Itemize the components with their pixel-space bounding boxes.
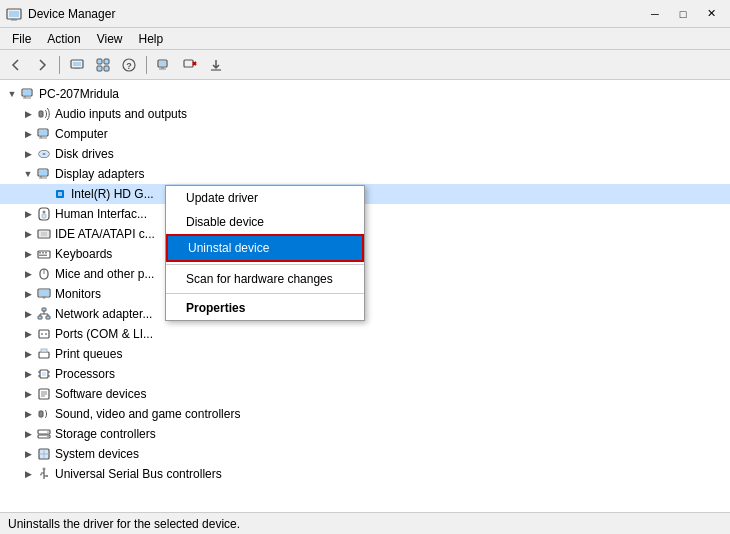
menu-bar: File Action View Help xyxy=(0,28,730,50)
ctx-disable-device[interactable]: Disable device xyxy=(166,210,364,234)
expand-hid[interactable]: ▶ xyxy=(20,206,36,222)
scan-button[interactable] xyxy=(204,53,228,77)
expand-mice[interactable]: ▶ xyxy=(20,266,36,282)
tree-item-keyboard[interactable]: ▶ Keyboards xyxy=(0,244,730,264)
tree-item-printq[interactable]: ▶ Print queues xyxy=(0,344,730,364)
device-tree[interactable]: ▼ PC-207Mridula ▶ Audio inputs and outpu… xyxy=(0,80,730,512)
software-icon xyxy=(36,386,52,402)
menu-view[interactable]: View xyxy=(89,30,131,48)
expand-usb[interactable]: ▶ xyxy=(20,466,36,482)
ide-label: IDE ATA/ATAPI c... xyxy=(55,227,155,241)
device-view-button[interactable] xyxy=(65,53,89,77)
svg-rect-75 xyxy=(39,411,43,417)
svg-rect-33 xyxy=(39,170,47,175)
close-button[interactable]: ✕ xyxy=(698,4,724,24)
tree-item-disk[interactable]: ▶ Disk drives xyxy=(0,144,730,164)
expand-display[interactable]: ▼ xyxy=(20,166,36,182)
properties-button[interactable] xyxy=(152,53,176,77)
svg-rect-22 xyxy=(24,96,26,98)
svg-rect-53 xyxy=(39,290,49,296)
uninstall-button[interactable] xyxy=(178,53,202,77)
expand-monitors[interactable]: ▶ xyxy=(20,286,36,302)
svg-rect-57 xyxy=(38,316,42,319)
ctx-scan-hardware[interactable]: Scan for hardware changes xyxy=(166,267,364,291)
restore-button[interactable]: □ xyxy=(670,4,696,24)
system-label: System devices xyxy=(55,447,139,461)
tree-item-ide[interactable]: ▶ IDE ATA/ATAPI c... xyxy=(0,224,730,244)
tree-item-storage[interactable]: ▶ Storage controllers xyxy=(0,424,730,444)
hid-icon xyxy=(36,206,52,222)
expand-root[interactable]: ▼ xyxy=(4,86,20,102)
tree-item-ports[interactable]: ▶ Ports (COM & LI... xyxy=(0,324,730,344)
svg-point-86 xyxy=(40,474,42,476)
expand-keyboard[interactable]: ▶ xyxy=(20,246,36,262)
app-icon xyxy=(6,6,22,22)
expand-storage[interactable]: ▶ xyxy=(20,426,36,442)
svg-rect-42 xyxy=(39,231,49,237)
expand-ide[interactable]: ▶ xyxy=(20,226,36,242)
expand-ports[interactable]: ▶ xyxy=(20,326,36,342)
tree-item-audio[interactable]: ▶ Audio inputs and outputs xyxy=(0,104,730,124)
minimize-button[interactable]: ─ xyxy=(642,4,668,24)
expand-system[interactable]: ▶ xyxy=(20,446,36,462)
svg-rect-46 xyxy=(39,252,41,254)
tree-item-intel[interactable]: ▶ Intel(R) HD G... xyxy=(0,184,730,204)
svg-rect-49 xyxy=(39,255,47,257)
resource-view-button[interactable] xyxy=(91,53,115,77)
hid-label: Human Interfac... xyxy=(55,207,147,221)
back-button[interactable] xyxy=(4,53,28,77)
window-controls: ─ □ ✕ xyxy=(642,4,724,24)
menu-file[interactable]: File xyxy=(4,30,39,48)
tree-item-monitors[interactable]: ▶ Monitors xyxy=(0,284,730,304)
svg-point-78 xyxy=(47,431,49,433)
expand-processors[interactable]: ▶ xyxy=(20,366,36,382)
forward-button[interactable] xyxy=(30,53,54,77)
svg-rect-58 xyxy=(46,316,50,319)
help-button[interactable]: ? xyxy=(117,53,141,77)
expand-audio[interactable]: ▶ xyxy=(20,106,36,122)
expand-software[interactable]: ▶ xyxy=(20,386,36,402)
keyboard-icon xyxy=(36,246,52,262)
menu-action[interactable]: Action xyxy=(39,30,88,48)
ctx-properties[interactable]: Properties xyxy=(166,296,364,320)
ctx-update-driver[interactable]: Update driver xyxy=(166,186,364,210)
svg-rect-48 xyxy=(45,252,47,254)
svg-rect-13 xyxy=(159,61,166,66)
tree-item-network[interactable]: ▶ Network adapter... xyxy=(0,304,730,324)
main-panel: ▼ PC-207Mridula ▶ Audio inputs and outpu… xyxy=(0,80,730,512)
svg-point-61 xyxy=(45,333,47,335)
expand-printq[interactable]: ▶ xyxy=(20,346,36,362)
status-text: Uninstalls the driver for the selected d… xyxy=(8,517,240,531)
tree-item-hid[interactable]: ▶ Human Interfac... xyxy=(0,204,730,224)
menu-help[interactable]: Help xyxy=(131,30,172,48)
tree-item-computer[interactable]: ▶ Computer xyxy=(0,124,730,144)
svg-rect-5 xyxy=(74,68,80,69)
tree-item-usb[interactable]: ▶ Universal Serial Bus controllers xyxy=(0,464,730,484)
tree-item-system[interactable]: ▶ System devices xyxy=(0,444,730,464)
svg-rect-88 xyxy=(46,475,48,477)
ctx-uninstall-device[interactable]: Uninstal device xyxy=(166,234,364,262)
svg-text:?: ? xyxy=(126,61,132,71)
printq-label: Print queues xyxy=(55,347,122,361)
tree-item-mice[interactable]: ▶ Mice and other p... xyxy=(0,264,730,284)
context-menu: Update driver Disable device Uninstal de… xyxy=(165,185,365,321)
svg-point-79 xyxy=(47,436,49,438)
svg-point-39 xyxy=(43,211,46,214)
svg-rect-47 xyxy=(42,252,44,254)
network-label: Network adapter... xyxy=(55,307,152,321)
expand-network[interactable]: ▶ xyxy=(20,306,36,322)
tree-item-software[interactable]: ▶ Software devices xyxy=(0,384,730,404)
expand-sound[interactable]: ▶ xyxy=(20,406,36,422)
expand-disk[interactable]: ▶ xyxy=(20,146,36,162)
tree-item-processors[interactable]: ▶ Processors xyxy=(0,364,730,384)
tree-item-root[interactable]: ▼ PC-207Mridula xyxy=(0,84,730,104)
display-icon xyxy=(36,166,52,182)
toolbar-separator-1 xyxy=(59,56,60,74)
svg-rect-59 xyxy=(39,330,49,338)
svg-rect-16 xyxy=(184,60,193,67)
svg-rect-27 xyxy=(40,136,42,138)
tree-item-display[interactable]: ▼ Display adapters xyxy=(0,164,730,184)
expand-computer[interactable]: ▶ xyxy=(20,126,36,142)
audio-icon xyxy=(36,106,52,122)
tree-item-sound[interactable]: ▶ Sound, video and game controllers xyxy=(0,404,730,424)
